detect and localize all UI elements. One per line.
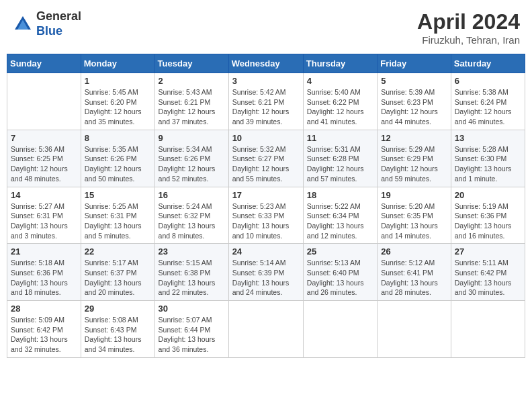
location: Firuzkuh, Tehran, Iran [417,34,520,46]
day-number: 1 [85,76,151,86]
day-info-line: and 3 minutes. [11,232,57,240]
page-header: General Blue April 2024 Firuzkuh, Tehran… [7,7,525,48]
calendar-cell: 15Sunrise: 5:25 AMSunset: 6:31 PMDayligh… [81,187,154,244]
day-info-line: Daylight: 12 hours [232,107,290,116]
calendar-cell: 6Sunrise: 5:38 AMSunset: 6:24 PMDaylight… [451,73,525,130]
day-info-line: Daylight: 12 hours [85,165,142,173]
calendar-cell: 24Sunrise: 5:14 AMSunset: 6:39 PMDayligh… [228,244,303,301]
day-info: Sunrise: 5:13 AMSunset: 6:40 PMDaylight:… [307,258,373,298]
day-info-line: Sunset: 6:42 PM [455,269,507,277]
day-info: Sunrise: 5:25 AMSunset: 6:31 PMDaylight:… [85,201,151,241]
day-info-line: Sunrise: 5:17 AM [85,259,138,267]
weekday-header-friday: Friday [378,54,451,73]
day-number: 28 [11,304,77,314]
day-info-line: Sunset: 6:44 PM [159,326,211,334]
calendar-cell: 26Sunrise: 5:12 AMSunset: 6:41 PMDayligh… [378,244,451,301]
day-info-line: and 5 minutes. [85,232,131,240]
day-info-line: Daylight: 13 hours [159,335,216,343]
day-info-line: and 50 minutes. [85,175,135,183]
day-info: Sunrise: 5:20 AMSunset: 6:35 PMDaylight:… [381,201,447,241]
day-info-line: and 26 minutes. [307,288,357,296]
day-info-line: Daylight: 13 hours [307,279,364,287]
day-number: 23 [159,246,225,257]
calendar-cell: 2Sunrise: 5:43 AMSunset: 6:21 PMDaylight… [154,73,228,130]
day-info-line: Sunset: 6:26 PM [85,154,137,163]
calendar-week-row: 21Sunrise: 5:18 AMSunset: 6:36 PMDayligh… [7,244,525,301]
month-title: April 2024 [417,9,520,34]
day-info-line: and 32 minutes. [11,345,61,353]
day-number: 22 [85,246,151,257]
weekday-header-wednesday: Wednesday [228,54,303,73]
calendar-cell: 23Sunrise: 5:15 AMSunset: 6:38 PMDayligh… [154,244,228,301]
day-number: 9 [159,133,225,143]
day-info-line: Sunset: 6:28 PM [307,154,359,163]
calendar-cell: 7Sunrise: 5:36 AMSunset: 6:25 PMDaylight… [7,130,81,187]
day-number: 19 [381,190,447,200]
day-info-line: and 22 minutes. [159,288,209,296]
day-info-line: Daylight: 12 hours [381,107,438,116]
day-info-line: and 24 minutes. [232,288,283,296]
day-number: 4 [307,76,373,86]
day-info-line: Daylight: 13 hours [232,279,290,287]
day-info-line: and 59 minutes. [381,175,431,183]
day-info-line: Sunset: 6:21 PM [232,98,285,106]
day-number: 16 [159,190,225,200]
calendar-cell [451,301,525,358]
day-info-line: Sunset: 6:33 PM [232,212,285,220]
weekday-header-thursday: Thursday [303,54,377,73]
day-info-line: Sunset: 6:39 PM [232,269,285,277]
calendar-cell: 4Sunrise: 5:40 AMSunset: 6:22 PMDaylight… [303,73,377,130]
calendar-cell: 18Sunrise: 5:22 AMSunset: 6:34 PMDayligh… [303,187,377,244]
calendar-cell [303,301,377,358]
day-info-line: Sunrise: 5:07 AM [159,316,212,324]
day-info: Sunrise: 5:23 AMSunset: 6:33 PMDaylight:… [232,201,300,241]
day-info-line: Sunset: 6:34 PM [307,212,359,220]
logo-icon [12,13,34,35]
calendar-cell: 11Sunrise: 5:31 AMSunset: 6:28 PMDayligh… [303,130,377,187]
calendar-cell: 20Sunrise: 5:19 AMSunset: 6:36 PMDayligh… [451,187,525,244]
day-info: Sunrise: 5:15 AMSunset: 6:38 PMDaylight:… [159,258,225,298]
day-info-line: Daylight: 12 hours [159,165,216,173]
day-info-line: and 39 minutes. [232,118,283,126]
day-info: Sunrise: 5:27 AMSunset: 6:31 PMDaylight:… [11,201,77,241]
day-info-line: Daylight: 13 hours [232,222,290,230]
logo: General Blue [12,9,81,38]
calendar-cell: 12Sunrise: 5:29 AMSunset: 6:29 PMDayligh… [378,130,451,187]
weekday-header-saturday: Saturday [451,54,525,73]
calendar-cell: 1Sunrise: 5:45 AMSunset: 6:20 PMDaylight… [81,73,154,130]
day-number: 17 [232,190,300,200]
day-info-line: Sunrise: 5:35 AM [85,145,138,153]
day-info-line: and 41 minutes. [307,118,357,126]
calendar-cell: 30Sunrise: 5:07 AMSunset: 6:44 PMDayligh… [154,301,228,358]
day-info-line: and 12 minutes. [307,232,357,240]
day-info-line: Daylight: 12 hours [307,107,364,116]
calendar-cell [378,301,451,358]
day-info-line: Daylight: 13 hours [85,279,142,287]
day-info-line: Sunrise: 5:38 AM [455,88,508,96]
day-info-line: and 46 minutes. [455,118,505,126]
day-info-line: Daylight: 13 hours [381,279,438,287]
calendar-cell: 10Sunrise: 5:32 AMSunset: 6:27 PMDayligh… [228,130,303,187]
day-info: Sunrise: 5:35 AMSunset: 6:26 PMDaylight:… [85,144,151,184]
day-info-line: Sunrise: 5:31 AM [307,145,361,153]
day-info-line: Sunset: 6:36 PM [11,269,63,277]
day-info-line: Sunset: 6:20 PM [85,98,137,106]
day-info-line: Daylight: 13 hours [159,279,216,287]
calendar-cell: 17Sunrise: 5:23 AMSunset: 6:33 PMDayligh… [228,187,303,244]
calendar-cell [7,73,81,130]
day-info-line: Sunset: 6:35 PM [381,212,433,220]
day-info-line: and 18 minutes. [11,288,61,296]
day-info-line: and 37 minutes. [159,118,209,126]
day-info-line: Sunset: 6:31 PM [11,212,63,220]
calendar-cell: 27Sunrise: 5:11 AMSunset: 6:42 PMDayligh… [451,244,525,301]
day-info: Sunrise: 5:36 AMSunset: 6:25 PMDaylight:… [11,144,77,184]
day-info: Sunrise: 5:45 AMSunset: 6:20 PMDaylight:… [85,87,151,127]
day-info-line: Sunset: 6:36 PM [455,212,507,220]
day-info-line: Sunrise: 5:25 AM [85,202,138,210]
day-info: Sunrise: 5:40 AMSunset: 6:22 PMDaylight:… [307,87,373,127]
day-info-line: Sunrise: 5:29 AM [381,145,435,153]
logo-line2: Blue [36,24,81,39]
day-info-line: Sunrise: 5:19 AM [455,202,508,210]
day-info-line: Sunrise: 5:32 AM [232,145,286,153]
day-info-line: Sunrise: 5:14 AM [232,259,286,267]
